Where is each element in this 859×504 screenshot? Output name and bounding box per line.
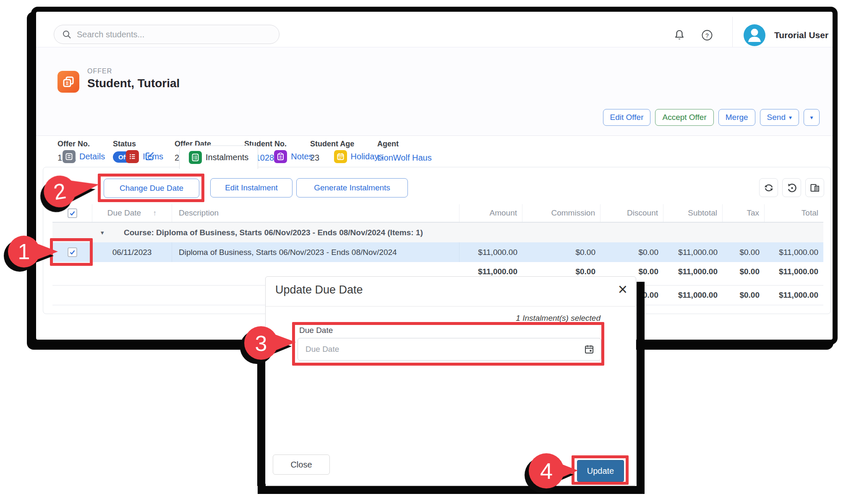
- modal-shadow-right: [637, 282, 645, 494]
- history-icon: [786, 182, 797, 193]
- offer-kicker: OFFER: [87, 68, 112, 75]
- row-total: $11,000.00: [765, 242, 823, 262]
- user-icon: [744, 24, 765, 46]
- search-input[interactable]: [77, 30, 257, 39]
- refresh-icon: [763, 182, 774, 193]
- row-amount: $11,000.00: [460, 242, 522, 262]
- accept-offer-button[interactable]: Accept Offer: [655, 109, 713, 126]
- avatar[interactable]: [744, 24, 765, 46]
- tab-details[interactable]: Details: [57, 145, 110, 168]
- row-due-date: 06/11/2023: [92, 242, 172, 262]
- svg-text:?: ?: [705, 32, 709, 39]
- annotation-step-4: 4: [540, 458, 553, 483]
- subtotal-total: $11,000.00: [765, 267, 823, 276]
- subtotal-amount: $11,000.00: [460, 267, 522, 276]
- sort-asc-icon: ↑: [153, 209, 157, 218]
- chevron-down-icon: ▾: [810, 114, 813, 121]
- instalments-icon: [189, 151, 202, 164]
- details-icon: [63, 150, 76, 163]
- refresh-button[interactable]: [759, 178, 778, 197]
- course-group-label: Course: Diploma of Business, Starts 06/N…: [52, 228, 423, 237]
- search-icon: [62, 29, 72, 39]
- items-icon: [126, 150, 139, 163]
- screenshot-page: ? Turorial User: [0, 0, 859, 504]
- send-label: Send: [767, 113, 786, 122]
- subtotal-subtotal: $11,000.00: [663, 267, 723, 276]
- bell-icon: [673, 29, 686, 42]
- offer-header-section: OFFER Student, Tutorial Edit Offer Accep…: [36, 47, 833, 136]
- more-actions-button[interactable]: ▾: [804, 109, 820, 126]
- col-commission[interactable]: Commission: [522, 204, 601, 222]
- annotation-step-3: 3: [255, 331, 267, 356]
- send-button[interactable]: Send ▾: [760, 109, 799, 126]
- course-group-row[interactable]: ▾ Course: Diploma of Business, Starts 06…: [52, 223, 823, 242]
- generate-instalments-button[interactable]: Generate Instalments: [296, 178, 408, 197]
- row-subtotal: $11,000.00: [663, 242, 723, 262]
- col-amount[interactable]: Amount: [460, 204, 522, 222]
- tab-instalments[interactable]: Instalments: [179, 145, 258, 169]
- column-settings-button[interactable]: [805, 178, 824, 197]
- row-discount: $0.00: [601, 242, 663, 262]
- col-due-date-label: Due Date: [107, 208, 141, 218]
- col-due-date[interactable]: Due Date ↑: [92, 204, 172, 222]
- annotation-box-change-due-date: [98, 174, 204, 202]
- search-input-wrapper[interactable]: [54, 25, 279, 44]
- subtotal-tax: $0.00: [723, 267, 765, 276]
- close-icon[interactable]: ×: [618, 278, 627, 301]
- tab-items[interactable]: Items: [121, 145, 168, 168]
- columns-icon: [809, 182, 820, 193]
- notes-icon: [274, 150, 287, 163]
- col-discount[interactable]: Discount: [601, 204, 663, 222]
- help-icon: ?: [701, 29, 713, 42]
- annotation-pin-3: 3: [242, 322, 301, 364]
- subtotal-commission: $0.00: [522, 267, 601, 276]
- col-total[interactable]: Total: [765, 204, 823, 222]
- col-description[interactable]: Description: [172, 204, 460, 222]
- modal-divider: [266, 306, 636, 307]
- close-button[interactable]: Close: [273, 455, 330, 475]
- offer-actions: Edit Offer Accept Offer Merge Send ▾ ▾: [603, 109, 820, 126]
- instalments-table: Due Date ↑ Description Amount Commission…: [52, 204, 823, 281]
- total-subtotal: $11,000.00: [663, 291, 723, 300]
- row-commission: $0.00: [522, 242, 601, 262]
- tab-notes[interactable]: Notes: [269, 145, 318, 168]
- edit-instalment-button[interactable]: Edit Instalment: [210, 178, 292, 197]
- modal-shadow-left: [257, 359, 266, 486]
- total-total: $11,000.00: [765, 291, 823, 300]
- notifications-button[interactable]: [672, 28, 687, 43]
- chevron-down-icon: ▾: [789, 114, 792, 121]
- instalments-selected-note: 1 Instalment(s) selected: [516, 314, 601, 323]
- merge-button[interactable]: Merge: [718, 109, 755, 126]
- modal-title: Update Due Date: [275, 283, 363, 296]
- modal-shadow-bottom: [258, 486, 645, 494]
- annotation-pin-1: 1: [5, 231, 64, 273]
- tab-items-label: Items: [143, 152, 163, 161]
- collapse-caret-icon[interactable]: ▾: [101, 229, 104, 236]
- tab-details-label: Details: [79, 152, 105, 161]
- subtotal-discount: $0.00: [601, 267, 663, 276]
- tab-notes-label: Notes: [291, 152, 313, 161]
- offer-icon: [57, 71, 79, 93]
- row-description: Diploma of Business, Starts 06/Nov/2023 …: [172, 242, 460, 262]
- row-tax: $0.00: [723, 242, 765, 262]
- annotation-step-1: 1: [18, 239, 30, 264]
- instalment-row[interactable]: 06/11/2023 Diploma of Business, Starts 0…: [52, 242, 823, 262]
- user-name: Turorial User: [774, 30, 828, 40]
- tab-holidays[interactable]: Holidays: [329, 145, 388, 168]
- table-header-row: Due Date ↑ Description Amount Commission…: [52, 204, 823, 223]
- holidays-icon: [334, 150, 347, 163]
- tab-instalments-label: Instalments: [206, 153, 248, 162]
- page-title: Student, Tutorial: [87, 77, 180, 90]
- tab-holidays-label: Holidays: [351, 152, 383, 161]
- edit-offer-button[interactable]: Edit Offer: [603, 109, 651, 126]
- annotation-box-due-date-field: [292, 322, 604, 366]
- col-subtotal[interactable]: Subtotal: [663, 204, 723, 222]
- topbar-divider: [732, 17, 733, 47]
- help-button[interactable]: ?: [700, 28, 715, 43]
- total-tax: $0.00: [723, 291, 765, 300]
- tab-bar: Details Items Instalments: [57, 145, 388, 168]
- col-tax[interactable]: Tax: [723, 204, 765, 222]
- annotation-pin-4: 4: [527, 450, 585, 492]
- history-button[interactable]: [782, 178, 801, 197]
